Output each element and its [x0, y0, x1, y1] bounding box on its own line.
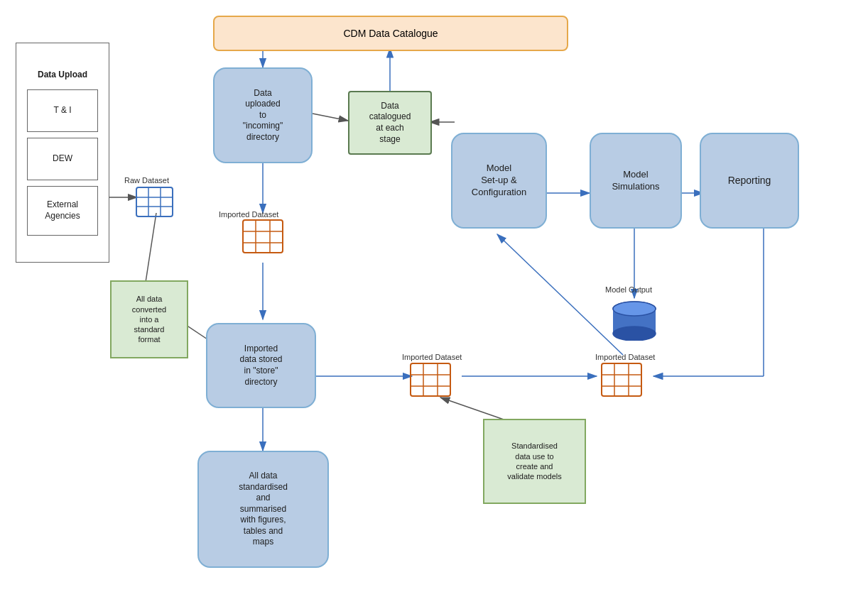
model-setup-label: Model Set-up & Configuration	[472, 163, 526, 199]
reporting-label: Reporting	[728, 174, 771, 187]
t-and-i-label: T & I	[53, 105, 71, 116]
imported-data-store-box: Imported data stored in "store" director…	[206, 323, 316, 408]
orange-grid-icon-3	[600, 362, 643, 397]
all-data-converted-label: All data converted into a standard forma…	[132, 294, 166, 344]
cdm-data-catalogue-box: CDM Data Catalogue	[213, 16, 568, 51]
external-agencies-label: External Agencies	[45, 199, 80, 221]
t-and-i-box: T & I	[27, 89, 98, 132]
svg-line-20	[313, 114, 348, 121]
data-catalogued-box: Data catalogued at each stage	[348, 91, 432, 155]
imported-dataset-label-2: Imported Dataset	[402, 353, 462, 361]
imported-dataset-label-1: Imported Dataset	[219, 210, 278, 219]
standardised-data-label: Standardised data use to create and vali…	[507, 441, 561, 481]
dew-box: DEW	[27, 138, 98, 180]
blue-grid-icon	[135, 186, 174, 218]
svg-rect-26	[243, 220, 283, 253]
cylinder-icon	[609, 298, 659, 341]
imported-dataset-icon-1	[242, 219, 284, 256]
model-simulations-box: Model Simulations	[590, 133, 682, 229]
imported-dataset-label-3: Imported Dataset	[595, 353, 655, 361]
all-data-standardised-label: All data standardised and summarised wit…	[239, 471, 288, 548]
standardised-data-box: Standardised data use to create and vali…	[483, 419, 586, 504]
imported-dataset-icon-2	[409, 362, 452, 400]
raw-dataset-icon	[135, 186, 174, 220]
imported-data-store-label: Imported data stored in "store" director…	[239, 344, 282, 388]
orange-grid-icon-2	[409, 362, 452, 397]
svg-point-39	[613, 302, 656, 316]
svg-rect-40	[602, 363, 641, 396]
model-output-label: Model Output	[605, 285, 652, 294]
model-output-icon	[609, 298, 659, 343]
data-upload-title: Data Upload	[38, 70, 87, 81]
raw-dataset-label: Raw Dataset	[124, 176, 169, 185]
svg-rect-31	[411, 363, 450, 396]
data-upload-group: Data Upload T & I DEW External Agencies	[16, 43, 109, 263]
diagram: CDM Data Catalogue Data Upload T & I DEW…	[0, 0, 868, 609]
data-uploaded-incoming-box: Data uploaded to "incoming" directory	[213, 67, 313, 163]
all-data-standardised-box: All data standardised and summarised wit…	[197, 451, 329, 568]
svg-line-14	[497, 234, 623, 355]
reporting-box: Reporting	[700, 133, 799, 229]
svg-point-38	[613, 327, 656, 341]
cdm-label: CDM Data Catalogue	[343, 27, 438, 40]
orange-grid-icon-1	[242, 219, 284, 254]
data-uploaded-incoming-label: Data uploaded to "incoming" directory	[243, 88, 283, 143]
external-agencies-box: External Agencies	[27, 186, 98, 236]
svg-rect-21	[136, 187, 173, 216]
all-data-converted-box: All data converted into a standard forma…	[110, 280, 188, 358]
data-catalogued-label: Data catalogued at each stage	[369, 101, 411, 145]
model-setup-box: Model Set-up & Configuration	[451, 133, 547, 229]
imported-dataset-icon-3	[600, 362, 643, 400]
model-simulations-label: Model Simulations	[612, 169, 659, 193]
dew-label: DEW	[53, 153, 72, 165]
